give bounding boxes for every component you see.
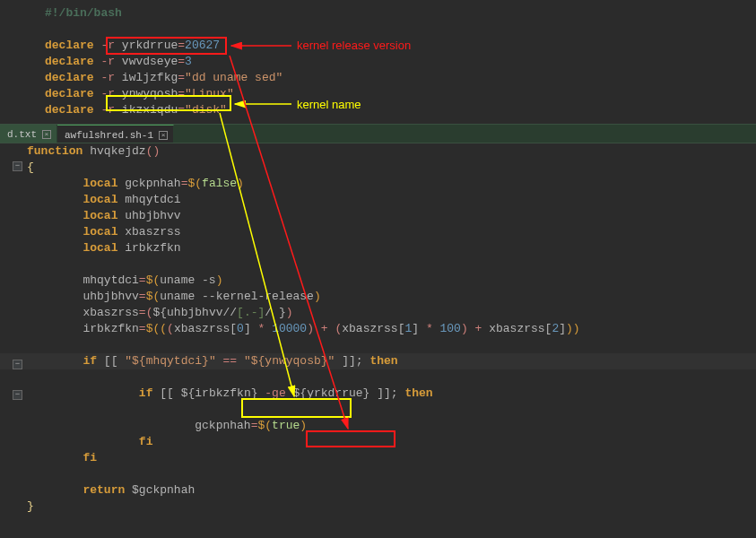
shebang-line: #!/bin/bash: [45, 6, 122, 20]
tab-awfulshred[interactable]: awfulshred.sh-1 ×: [57, 125, 174, 143]
close-icon[interactable]: ×: [159, 131, 168, 140]
fold-toggle[interactable]: [13, 390, 22, 400]
tab-label: awfulshred.sh-1: [65, 130, 153, 141]
tab-dtxt[interactable]: d.txt ×: [0, 125, 57, 143]
kw-declare: declare: [45, 39, 94, 52]
kw-function: function: [27, 144, 83, 158]
close-icon[interactable]: ×: [42, 130, 51, 139]
tab-label: d.txt: [7, 129, 37, 140]
fold-toggle[interactable]: [13, 360, 22, 369]
tab-bar: d.txt × awfulshred.sh-1 ×: [0, 124, 756, 143]
fold-toggle[interactable]: [13, 161, 22, 171]
